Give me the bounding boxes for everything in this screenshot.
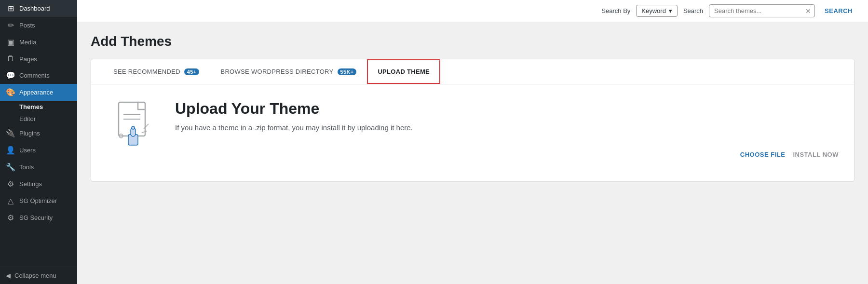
tab-upload-label: UPLOAD THEME [378,68,430,75]
sidebar-item-label: Appearance [19,89,53,96]
sidebar: ⊞ Dashboard ✏ Posts ▣ Media 🗒 Pages 💬 Co… [0,0,77,284]
upload-icon-wrap [107,100,160,153]
sidebar-item-label: Media [19,39,36,46]
tabs-bar: SEE RECOMMENDED 45+ BROWSE WORDPRESS DIR… [91,59,854,84]
keyword-label: Keyword [641,7,666,14]
tab-browse-badge: 55K+ [338,68,357,75]
choose-file-button[interactable]: CHOOSE FILE [740,151,786,158]
sidebar-item-label: Users [19,147,36,154]
tab-recommended-badge: 45+ [184,68,200,75]
keyword-select[interactable]: Keyword ▾ [636,5,678,17]
upload-description: If you have a theme in a .zip format, yo… [175,123,839,132]
clear-icon[interactable]: ✕ [805,7,811,15]
sidebar-item-label: Pages [19,55,37,63]
comments-icon: 💬 [6,71,15,80]
upload-theme-icon [109,100,157,153]
sidebar-item-label: Settings [19,180,42,188]
upload-title: Upload Your Theme [175,100,839,118]
search-by-label: Search By [601,7,630,14]
tools-icon: 🔧 [6,162,15,172]
main-area: Search By Keyword ▾ Search ✕ SEARCH Add … [77,0,868,284]
tab-recommended-label: SEE RECOMMENDED [113,68,180,75]
collapse-menu-button[interactable]: ◀ Collapse menu [0,267,77,284]
search-label: Search [683,7,703,14]
svg-line-8 [142,131,147,133]
collapse-label: Collapse menu [14,272,56,279]
sg-optimizer-icon: △ [6,196,15,205]
sidebar-item-tools[interactable]: 🔧 Tools [0,159,77,176]
chevron-down-icon: ▾ [669,7,672,14]
sidebar-sub-appearance: Themes Editor [0,101,77,125]
sidebar-item-label: Tools [19,163,34,171]
sidebar-item-pages[interactable]: 🗒 Pages [0,51,77,67]
sidebar-item-users[interactable]: 👤 Users [0,142,77,159]
sidebar-item-dashboard[interactable]: ⊞ Dashboard [0,0,77,17]
upload-info: Upload Your Theme If you have a theme in… [175,100,839,158]
topbar: Search By Keyword ▾ Search ✕ SEARCH [77,0,868,22]
sidebar-item-appearance[interactable]: 🎨 Appearance [0,84,77,101]
search-button[interactable]: SEARCH [821,5,856,16]
sidebar-sub-item-editor[interactable]: Editor [15,113,77,125]
sidebar-item-settings[interactable]: ⚙ Settings [0,176,77,192]
tab-browse[interactable]: BROWSE WORDPRESS DIRECTORY 55K+ [210,59,367,84]
sg-security-icon: ⚙ [6,213,15,222]
page-title: Add Themes [91,34,854,49]
svg-point-5 [132,126,135,129]
sidebar-sub-item-themes[interactable]: Themes [15,101,77,113]
media-icon: ▣ [6,38,15,47]
users-icon: 👤 [6,146,15,155]
sidebar-item-label: SG Security [19,214,53,221]
sidebar-item-sg-security[interactable]: ⚙ SG Security [0,209,77,226]
search-input-wrap: ✕ [709,4,815,17]
sidebar-item-posts[interactable]: ✏ Posts [0,17,77,34]
upload-actions: CHOOSE FILE INSTALL NOW [175,151,839,158]
svg-line-7 [144,124,149,129]
posts-icon: ✏ [6,21,15,30]
sidebar-item-label: Comments [19,72,50,79]
sidebar-item-sg-optimizer[interactable]: △ SG Optimizer [0,192,77,209]
plugins-icon: 🔌 [6,129,15,138]
tab-recommended[interactable]: SEE RECOMMENDED 45+ [103,59,210,84]
settings-icon: ⚙ [6,179,15,189]
tab-browse-label: BROWSE WORDPRESS DIRECTORY [220,68,333,75]
sidebar-item-plugins[interactable]: 🔌 Plugins [0,125,77,142]
pages-icon: 🗒 [6,54,15,63]
collapse-icon: ◀ [6,272,11,279]
sidebar-item-label: SG Optimizer [19,197,57,204]
search-input[interactable] [709,4,815,17]
dashboard-icon: ⊞ [6,4,15,13]
upload-panel: Upload Your Theme If you have a theme in… [91,84,854,181]
tab-upload[interactable]: UPLOAD THEME [367,59,440,84]
content-area: Add Themes SEE RECOMMENDED 45+ BROWSE WO… [77,22,868,284]
sidebar-item-label: Posts [19,22,35,29]
appearance-icon: 🎨 [6,88,15,97]
install-now-button[interactable]: INSTALL NOW [793,151,839,158]
sidebar-item-label: Dashboard [19,5,50,12]
sidebar-item-comments[interactable]: 💬 Comments [0,67,77,84]
sidebar-item-media[interactable]: ▣ Media [0,34,77,51]
main-card: SEE RECOMMENDED 45+ BROWSE WORDPRESS DIR… [91,59,854,182]
sidebar-item-label: Plugins [19,130,40,137]
